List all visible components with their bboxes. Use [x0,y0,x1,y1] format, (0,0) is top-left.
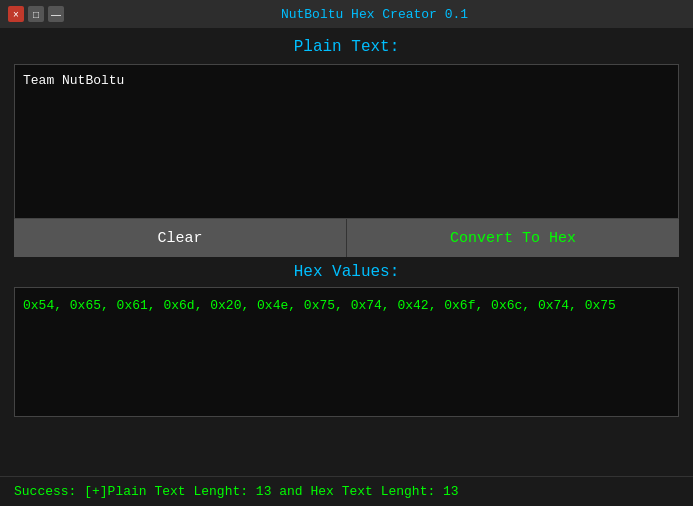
app-title: NutBoltu Hex Creator 0.1 [64,7,685,22]
close-button[interactable]: × [8,6,24,22]
plain-text-wrapper [14,64,679,219]
clear-button[interactable]: Clear [14,219,347,257]
hex-output-wrapper: 0x54, 0x65, 0x61, 0x6d, 0x20, 0x4e, 0x75… [14,287,679,417]
plain-text-label: Plain Text: [14,38,679,56]
plain-text-input[interactable] [23,73,670,210]
status-bar: Success: [+]Plain Text Lenght: 13 and He… [0,476,693,506]
button-row: Clear Convert To Hex [14,219,679,257]
minimize-button[interactable]: — [48,6,64,22]
convert-button[interactable]: Convert To Hex [347,219,679,257]
hex-output: 0x54, 0x65, 0x61, 0x6d, 0x20, 0x4e, 0x75… [23,296,670,316]
maximize-button[interactable]: □ [28,6,44,22]
status-text: Success: [+]Plain Text Lenght: 13 and He… [14,484,459,499]
title-bar: × □ — NutBoltu Hex Creator 0.1 [0,0,693,28]
hex-values-label: Hex Values: [14,263,679,281]
main-content: Plain Text: Clear Convert To Hex Hex Val… [0,28,693,427]
title-bar-controls: × □ — [8,6,64,22]
